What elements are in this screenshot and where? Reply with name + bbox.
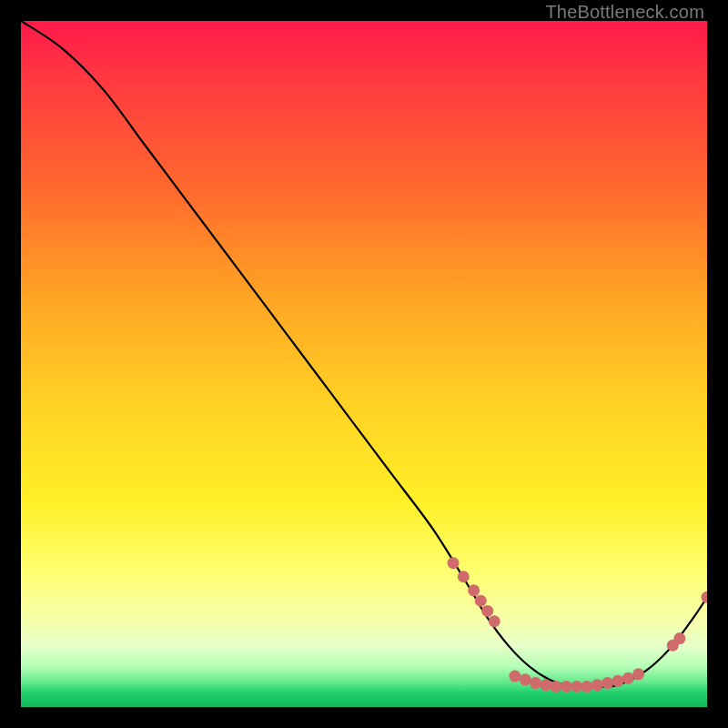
data-point (592, 679, 603, 691)
data-point (612, 675, 623, 687)
data-point (468, 584, 480, 596)
data-point (602, 677, 613, 689)
data-point (622, 672, 634, 684)
chart-frame: TheBottleneck.com (0, 0, 728, 728)
data-point (481, 605, 493, 617)
data-point (673, 632, 685, 644)
plot-area (21, 21, 707, 707)
data-point (509, 671, 521, 682)
data-point (489, 615, 500, 627)
data-point (448, 557, 460, 569)
data-point (475, 595, 487, 607)
data-point (540, 679, 551, 691)
data-point (571, 681, 582, 693)
curve-line (21, 21, 707, 687)
data-point (581, 681, 593, 693)
data-point (561, 681, 572, 693)
data-point (520, 673, 531, 685)
markers-group (448, 557, 707, 693)
data-point (702, 592, 708, 603)
data-point (551, 681, 562, 693)
chart-svg (21, 21, 707, 707)
watermark-text: TheBottleneck.com (545, 2, 704, 23)
data-point (530, 677, 541, 689)
data-point (458, 571, 470, 582)
data-point (632, 668, 644, 680)
